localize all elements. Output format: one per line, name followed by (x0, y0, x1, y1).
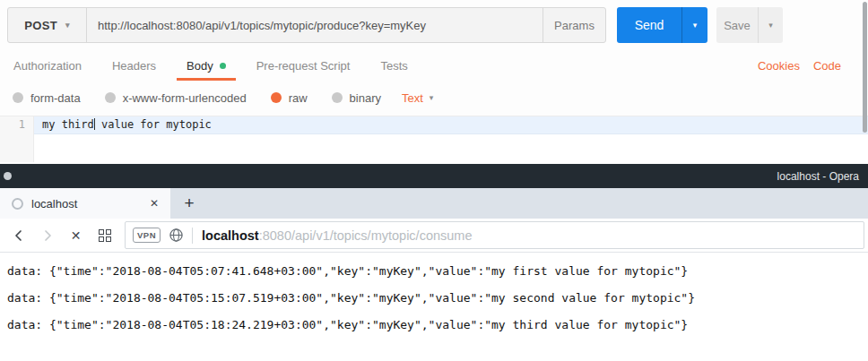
address-host: localhost (202, 228, 259, 243)
tab-label: Pre-request Script (256, 59, 351, 73)
back-button[interactable] (5, 223, 31, 248)
body-mode-row: form-data x-www-form-urlencoded raw bina… (0, 85, 868, 110)
mode-form-data[interactable]: form-data (13, 91, 81, 105)
url-input[interactable]: http://localhost:8080/api/v1/topics/myto… (87, 8, 542, 42)
editor-code-area[interactable]: my third value for mytopic (34, 116, 868, 162)
tab-pre-request-script[interactable]: Pre-request Script (247, 51, 360, 81)
body-filled-dot-icon (220, 63, 226, 69)
params-button[interactable]: Params (542, 8, 605, 42)
browser-toolbar: ✕ VPN localhost:8080/api/v1/topics/mytop… (0, 219, 868, 253)
editor-text: my third (42, 118, 94, 131)
globe-icon (169, 228, 184, 243)
request-tabs: Authorization Headers Body Pre-request S… (0, 51, 868, 81)
mode-label: raw (289, 91, 308, 105)
browser-tab-localhost[interactable]: localhost ✕ (0, 188, 170, 219)
sse-data-line: data: {"time":"2018-08-04T05:07:41.648+0… (0, 258, 868, 285)
stop-icon: ✕ (71, 228, 82, 243)
forward-button[interactable] (34, 223, 60, 248)
raw-type-dropdown[interactable]: Text ▾ (402, 91, 433, 105)
vpn-badge[interactable]: VPN (133, 228, 161, 243)
divider (192, 228, 193, 244)
grid-icon (99, 229, 111, 242)
mode-label: form-data (30, 91, 81, 105)
chevron-left-icon (12, 228, 26, 243)
mode-binary[interactable]: binary (332, 91, 381, 105)
method-dropdown[interactable]: POST ▾ (8, 8, 87, 42)
postman-panel: POST ▾ http://localhost:8080/api/v1/topi… (0, 0, 868, 164)
tab-label: Tests (380, 59, 407, 73)
tab-headers[interactable]: Headers (102, 51, 166, 81)
line-number: 1 (19, 118, 25, 131)
scrollbar[interactable] (863, 2, 867, 133)
mode-x-www-form-urlencoded[interactable]: x-www-form-urlencoded (105, 91, 247, 105)
send-dropdown-button[interactable]: ▾ (681, 7, 707, 43)
window-dot-icon (4, 172, 12, 180)
window-title: localhost - Opera (777, 170, 868, 183)
raw-type-label: Text (402, 91, 423, 105)
cookies-link[interactable]: Cookies (758, 59, 800, 73)
chevron-right-icon (40, 228, 55, 243)
radio-icon (13, 92, 23, 103)
browser-tab-strip: localhost ✕ + (0, 188, 868, 219)
method-label: POST (24, 19, 57, 32)
mode-label: x-www-form-urlencoded (123, 91, 247, 105)
save-dropdown-button[interactable]: ▾ (758, 7, 783, 43)
close-icon[interactable]: ✕ (150, 197, 159, 210)
editor-line[interactable]: my third value for mytopic (34, 116, 868, 134)
request-bar: POST ▾ http://localhost:8080/api/v1/topi… (0, 0, 868, 43)
tab-label: Headers (112, 59, 156, 73)
request-links: Cookies Code (758, 51, 864, 81)
favicon-icon (12, 198, 23, 210)
speed-dial-button[interactable] (91, 223, 117, 248)
chevron-down-icon: ▾ (65, 21, 70, 30)
request-url-group: POST ▾ http://localhost:8080/api/v1/topi… (7, 7, 606, 43)
mode-raw[interactable]: raw (271, 91, 308, 105)
tab-body[interactable]: Body (177, 51, 236, 81)
browser-tab-title: localhost (31, 197, 77, 211)
code-link[interactable]: Code (813, 59, 841, 73)
send-split-button: Send ▾ (617, 7, 707, 43)
editor-text: value for mytopic (95, 118, 212, 131)
tab-label: Body (187, 59, 213, 73)
mode-label: binary (350, 91, 381, 105)
tab-label: Authorization (13, 59, 82, 73)
chevron-down-icon: ▾ (693, 21, 698, 30)
tab-authorization[interactable]: Authorization (4, 51, 91, 81)
chevron-down-icon: ▾ (430, 93, 434, 102)
sse-data-line: data: {"time":"2018-08-04T05:15:07.519+0… (0, 285, 868, 312)
opera-titlebar: localhost - Opera (0, 164, 868, 188)
page-content: data: {"time":"2018-08-04T05:07:41.648+0… (0, 253, 868, 361)
tab-tests[interactable]: Tests (370, 51, 417, 81)
address-bar[interactable]: VPN localhost:8080/api/v1/topics/mytopic… (125, 221, 864, 249)
address-path: :8080/api/v1/topics/mytopic/consume (259, 228, 473, 243)
new-tab-button[interactable]: + (170, 188, 208, 219)
radio-icon (105, 92, 116, 103)
radio-selected-icon (271, 92, 282, 103)
send-button[interactable]: Send (617, 7, 681, 43)
radio-icon (332, 92, 343, 103)
stop-button[interactable]: ✕ (63, 223, 89, 248)
save-split-button: Save ▾ (716, 7, 783, 43)
editor-gutter: 1 (0, 116, 34, 162)
chevron-down-icon: ▾ (768, 21, 773, 30)
sse-data-line: data: {"time":"2018-08-04T05:18:24.219+0… (0, 312, 868, 339)
save-button[interactable]: Save (716, 7, 758, 43)
body-editor[interactable]: 1 my third value for mytopic (0, 116, 868, 162)
